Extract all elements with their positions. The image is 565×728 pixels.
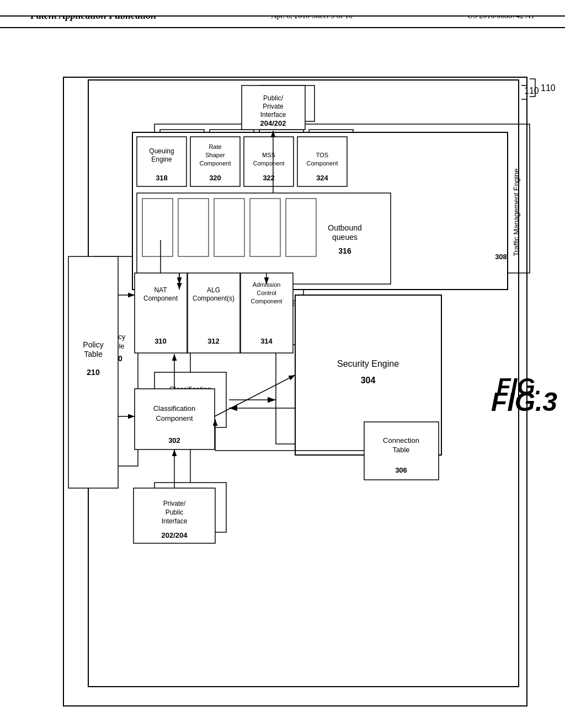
svg-text:318: 318 bbox=[156, 174, 168, 182]
svg-text:Shaper: Shaper bbox=[205, 152, 225, 158]
svg-text:Classification: Classification bbox=[153, 404, 196, 413]
svg-text:Component: Component bbox=[253, 160, 285, 167]
svg-rect-108 bbox=[178, 199, 209, 256]
svg-text:Component: Component bbox=[307, 160, 338, 167]
svg-text:Table: Table bbox=[84, 350, 103, 358]
svg-text:Interface: Interface bbox=[260, 111, 286, 119]
svg-text:Private: Private bbox=[263, 103, 284, 110]
svg-rect-110 bbox=[250, 199, 280, 256]
svg-text:Public/: Public/ bbox=[263, 94, 284, 102]
svg-text:TOS: TOS bbox=[316, 152, 328, 158]
svg-text:Connection: Connection bbox=[383, 436, 419, 445]
svg-rect-107 bbox=[142, 199, 173, 256]
svg-text:Table: Table bbox=[392, 446, 409, 454]
svg-text:302: 302 bbox=[168, 436, 180, 445]
svg-text:308: 308 bbox=[495, 253, 507, 261]
svg-text:Component(s): Component(s) bbox=[193, 295, 234, 302]
svg-text:Component: Component bbox=[143, 295, 178, 302]
page-header bbox=[0, 0, 565, 17]
svg-text:210: 210 bbox=[87, 368, 100, 377]
svg-text:queues: queues bbox=[332, 233, 358, 242]
svg-text:306: 306 bbox=[395, 466, 407, 474]
svg-text:Outbound: Outbound bbox=[328, 223, 362, 232]
svg-text:320: 320 bbox=[209, 174, 221, 182]
svg-text:316: 316 bbox=[338, 247, 351, 255]
svg-text:ALG: ALG bbox=[207, 286, 220, 294]
svg-text:202/204: 202/204 bbox=[162, 531, 188, 539]
svg-text:312: 312 bbox=[207, 337, 220, 345]
svg-text:Component: Component bbox=[156, 414, 193, 422]
ref-110: 110 bbox=[541, 83, 556, 93]
svg-text:Policy: Policy bbox=[83, 340, 103, 349]
svg-text:324: 324 bbox=[316, 174, 328, 182]
svg-text:Queuing: Queuing bbox=[149, 147, 174, 155]
svg-text:Rate: Rate bbox=[209, 143, 221, 150]
fig3-label: FIG.3 bbox=[491, 387, 557, 416]
main-diagram: 110 Public/ Private Interface 204/202 Tr… bbox=[0, 36, 565, 728]
svg-text:Component: Component bbox=[251, 298, 282, 304]
svg-text:310: 310 bbox=[154, 337, 167, 345]
svg-text:NAT: NAT bbox=[154, 286, 167, 294]
svg-text:Control: Control bbox=[257, 290, 276, 296]
svg-text:Security Engine: Security Engine bbox=[337, 359, 399, 368]
svg-text:Engine: Engine bbox=[151, 156, 172, 163]
svg-text:Component: Component bbox=[200, 160, 231, 167]
svg-text:Interface: Interface bbox=[162, 517, 188, 525]
svg-text:Private/: Private/ bbox=[163, 500, 186, 507]
svg-text:204/202: 204/202 bbox=[260, 119, 286, 127]
svg-text:Public: Public bbox=[166, 508, 184, 516]
svg-line-149 bbox=[215, 375, 295, 416]
svg-rect-109 bbox=[214, 199, 244, 256]
svg-rect-111 bbox=[286, 199, 316, 256]
svg-text:304: 304 bbox=[361, 376, 376, 385]
svg-text:Traffic Management Engine: Traffic Management Engine bbox=[512, 169, 520, 256]
svg-text:314: 314 bbox=[260, 337, 273, 345]
